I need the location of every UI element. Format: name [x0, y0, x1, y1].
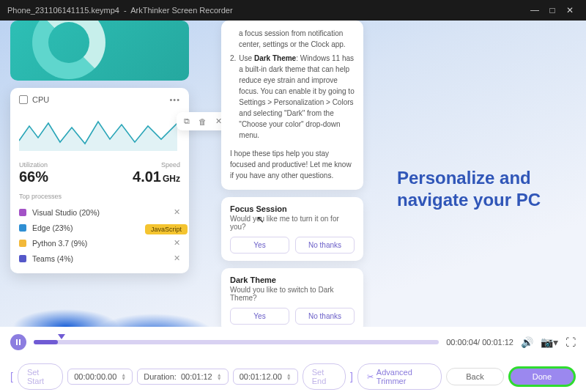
trash-icon[interactable]: 🗑 — [199, 117, 207, 126]
cpu-widget: CPU ••• Utilization 66% Speed 4.01GHz — [10, 88, 189, 273]
teal-widget — [10, 21, 189, 81]
back-button[interactable]: Back — [446, 368, 503, 385]
hint-closing: I hope these tips help you stay focused … — [230, 148, 355, 181]
wallpaper-wave — [0, 283, 220, 327]
no-button[interactable]: No thanks — [295, 237, 355, 254]
cpu-icon — [19, 95, 28, 104]
time-display: 00:00:04/ 00:01:12 — [446, 338, 513, 347]
cpu-sparkline — [19, 110, 177, 151]
process-row: Python 3.7 (9%)✕ — [19, 235, 180, 251]
set-start-button[interactable]: Set Start — [18, 363, 63, 390]
action-sub: Would you like me to turn it on for you? — [230, 215, 355, 231]
app-name: ArkThinker Screen Recorder — [130, 6, 232, 15]
trim-row: [ Set Start 00:00:00.00▲▼ Duration:00:01… — [10, 363, 576, 390]
minimize-button[interactable]: — — [526, 5, 544, 15]
process-list: Visual Studio (20%)✕Edge (23%)✕Python 3.… — [19, 204, 180, 266]
process-close-icon[interactable]: ✕ — [174, 238, 180, 248]
scrub-bar[interactable] — [34, 336, 439, 349]
util-label: Utilization — [19, 161, 48, 169]
done-button[interactable]: Done — [508, 366, 576, 387]
duration-input[interactable]: Duration:00:01:12▲▼ — [137, 369, 228, 385]
action-title: Focus Session — [230, 204, 355, 213]
yes-button[interactable]: Yes — [230, 237, 289, 254]
action-title: Dark Theme — [230, 275, 355, 284]
widget-stack: CPU ••• Utilization 66% Speed 4.01GHz — [10, 21, 189, 273]
titlebar: Phone_231106141115.keymp4 - ArkThinker S… — [0, 0, 586, 21]
hint-card: a focus session from notification center… — [221, 21, 363, 190]
bracket-left-icon: [ — [10, 371, 13, 382]
headline: Personalize and navigate your PC — [397, 167, 565, 211]
top-proc-label: Top processes — [19, 193, 180, 200]
copy-icon[interactable]: ⧉ — [184, 117, 190, 126]
action-card: Focus SessionWould you like me to turn i… — [221, 197, 363, 261]
process-icon — [19, 224, 26, 232]
advanced-trimmer-button[interactable]: ✂ Advanced Trimmer — [357, 363, 442, 390]
process-close-icon[interactable]: ✕ — [174, 254, 180, 263]
cpu-label: CPU — [32, 95, 49, 104]
yes-button[interactable]: Yes — [230, 308, 289, 325]
action-card: Dark ThemeWould you like to switch to Da… — [221, 268, 363, 327]
util-value: 66% — [19, 169, 48, 185]
chat-column: a focus session from notification center… — [221, 21, 363, 327]
camera-icon[interactable]: 📷▾ — [541, 336, 558, 348]
process-name: Python 3.7 (9%) — [32, 239, 87, 248]
scissors-icon: ✂ — [367, 372, 374, 382]
more-icon[interactable]: ••• — [169, 95, 180, 104]
video-preview: CPU ••• Utilization 66% Speed 4.01GHz — [0, 21, 586, 327]
speed-value: 4.01GHz — [133, 169, 180, 185]
process-icon — [19, 240, 26, 247]
hint-line1: a focus session from notification center… — [239, 28, 355, 50]
bracket-right-icon: ] — [350, 371, 353, 382]
pause-button[interactable] — [10, 334, 26, 350]
cursor-icon: ↖ — [256, 214, 264, 225]
controls: 00:00:04/ 00:01:12 🔊 📷▾ ⛶ [ Set Start 00… — [0, 327, 586, 390]
set-end-button[interactable]: Set End — [303, 363, 346, 390]
window-title: Phone_231106141115.keymp4 - ArkThinker S… — [7, 6, 526, 15]
end-time-input[interactable]: 00:01:12.00▲▼ — [233, 369, 298, 385]
process-icon — [19, 209, 26, 216]
action-sub: Would you like to switch to Dark Theme? — [230, 286, 355, 302]
close-button[interactable]: ✕ — [561, 5, 579, 15]
process-name: Visual Studio (20%) — [32, 208, 100, 217]
playhead-icon[interactable] — [58, 334, 65, 339]
process-row: Visual Studio (20%)✕ — [19, 204, 180, 220]
process-name: Edge (23%) — [32, 223, 73, 232]
filename: Phone_231106141115.keymp4 — [7, 6, 119, 15]
maximize-button[interactable]: □ — [544, 5, 561, 15]
process-icon — [19, 255, 26, 262]
process-close-icon[interactable]: ✕ — [174, 207, 180, 217]
volume-icon[interactable]: 🔊 — [521, 336, 533, 348]
start-time-input[interactable]: 00:00:00.00▲▼ — [67, 369, 133, 385]
fullscreen-icon[interactable]: ⛶ — [565, 336, 576, 348]
process-name: Teams (4%) — [32, 254, 73, 263]
speed-label: Speed — [133, 161, 180, 169]
process-row: Teams (4%)✕ — [19, 251, 180, 266]
no-button[interactable]: No thanks — [295, 308, 355, 325]
js-pill: JavaScript — [145, 224, 188, 234]
